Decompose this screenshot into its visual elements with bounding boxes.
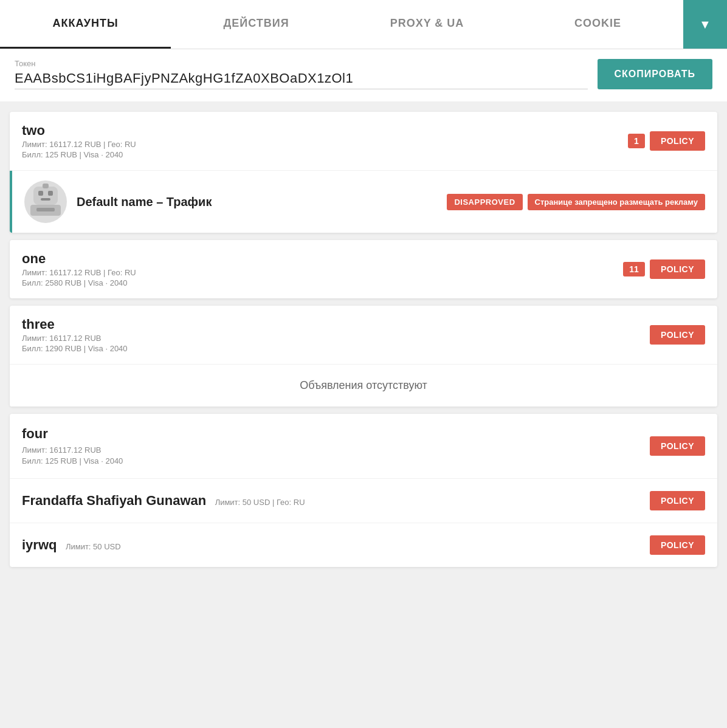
account-card-three: three Лимит: 16117.12 RUB Билл: 1290 RUB… <box>10 306 717 407</box>
account-row-frandaffa: Frandaffa Shafiyah Gunawan Лимит: 50 USD… <box>10 479 717 523</box>
policy-reason-badge: Странице запрещено размещать рекламу <box>528 194 705 210</box>
tabs-bar: АККАУНТЫ ДЕЙСТВИЯ PROXY & UA COOKIE ▼ <box>0 0 727 49</box>
campaign-badges: DISAPPROVED Странице запрещено размещать… <box>447 194 705 210</box>
svg-rect-0 <box>33 187 58 205</box>
account-name-frandaffa: Frandaffa Shafiyah Gunawan <box>22 493 206 508</box>
account-card-two: two Лимит: 16117.12 RUB | Гео: RU Билл: … <box>10 112 717 233</box>
tab-actions[interactable]: ДЕЙСТВИЯ <box>171 0 342 49</box>
account-row-four: four Лимит: 16117.12 RUB Билл: 125 RUB |… <box>10 414 717 478</box>
tab-cookie[interactable]: COOKIE <box>512 0 683 49</box>
policy-button-frandaffa[interactable]: POLICY <box>650 491 705 510</box>
token-value: EAABsbCS1iHgBAFjyPNZAkgHG1fZA0XBOaDX1zOl… <box>15 70 588 89</box>
account-actions-one: 11 POLICY <box>623 259 705 279</box>
account-actions-two: 1 POLICY <box>628 131 705 151</box>
account-badge-two: 1 <box>628 134 645 148</box>
account-bill-three: Билл: 1290 RUB | Visa · 2040 <box>22 344 128 353</box>
account-header-one: one Лимит: 16117.12 RUB | Гео: RU Билл: … <box>10 240 717 298</box>
account-name-two: two <box>22 123 136 139</box>
bottom-account-block: four Лимит: 16117.12 RUB Билл: 125 RUB |… <box>10 414 717 567</box>
campaign-avatar <box>24 180 67 223</box>
policy-button-four[interactable]: POLICY <box>650 436 705 456</box>
token-section: Токен EAABsbCS1iHgBAFjyPNZAkgHG1fZA0XBOa… <box>0 49 727 102</box>
policy-button-one[interactable]: POLICY <box>650 259 705 279</box>
account-limit-frandaffa: Лимит: 50 USD | Гео: RU <box>215 498 305 507</box>
empty-state-three: Объявления отсутствуют <box>10 365 717 407</box>
svg-rect-3 <box>41 198 50 201</box>
account-header-two: two Лимит: 16117.12 RUB | Гео: RU Билл: … <box>10 112 717 171</box>
policy-button-iyrwq[interactable]: POLICY <box>650 535 705 555</box>
account-name-one: one <box>22 251 136 267</box>
account-bill-four: Билл: 125 RUB | Visa · 2040 <box>22 456 123 465</box>
account-limit-four: Лимит: 16117.12 RUB <box>22 445 101 455</box>
token-label: Токен <box>15 59 588 68</box>
svg-rect-2 <box>48 191 53 196</box>
tab-proxy-ua[interactable]: PROXY & UA <box>342 0 512 49</box>
account-info-one: one Лимит: 16117.12 RUB | Гео: RU Билл: … <box>22 251 136 287</box>
account-info-three: three Лимит: 16117.12 RUB Билл: 1290 RUB… <box>22 317 128 353</box>
account-badge-one: 11 <box>623 262 645 276</box>
account-limit-iyrwq: Лимит: 50 USD <box>66 542 121 551</box>
account-bill-two: Билл: 125 RUB | Visa · 2040 <box>22 150 136 159</box>
account-card-one: one Лимит: 16117.12 RUB | Гео: RU Билл: … <box>10 240 717 298</box>
campaign-row-default: Default name – Трафик DISAPPROVED Страни… <box>10 171 717 233</box>
policy-button-three[interactable]: POLICY <box>650 325 705 345</box>
account-limit-three: Лимит: 16117.12 RUB <box>22 334 128 343</box>
svg-rect-4 <box>43 184 49 188</box>
account-actions-three: POLICY <box>650 325 705 345</box>
campaign-name: Default name – Трафик <box>77 195 437 209</box>
tab-accounts[interactable]: АККАУНТЫ <box>0 0 171 49</box>
account-row-iyrwq: iyrwq Лимит: 50 USD POLICY <box>10 523 717 567</box>
copy-token-button[interactable]: СКОПИРОВАТЬ <box>598 59 712 89</box>
svg-rect-1 <box>38 191 43 196</box>
account-name-three: three <box>22 317 128 332</box>
svg-rect-6 <box>36 208 55 211</box>
tab-arrow-button[interactable]: ▼ <box>683 0 727 49</box>
token-field: Токен EAABsbCS1iHgBAFjyPNZAkgHG1fZA0XBOa… <box>15 59 588 89</box>
disapproved-badge: DISAPPROVED <box>447 194 522 210</box>
policy-button-two[interactable]: POLICY <box>650 131 705 151</box>
account-limit-two: Лимит: 16117.12 RUB | Гео: RU <box>22 140 136 149</box>
account-bill-one: Билл: 2580 RUB | Visa · 2040 <box>22 278 136 287</box>
accounts-content: two Лимит: 16117.12 RUB | Гео: RU Билл: … <box>0 102 727 577</box>
account-info-two: two Лимит: 16117.12 RUB | Гео: RU Билл: … <box>22 123 136 159</box>
account-name-four: four <box>22 426 48 441</box>
account-header-three: three Лимит: 16117.12 RUB Билл: 1290 RUB… <box>10 306 717 365</box>
account-name-iyrwq: iyrwq <box>22 537 57 552</box>
account-limit-one: Лимит: 16117.12 RUB | Гео: RU <box>22 268 136 277</box>
